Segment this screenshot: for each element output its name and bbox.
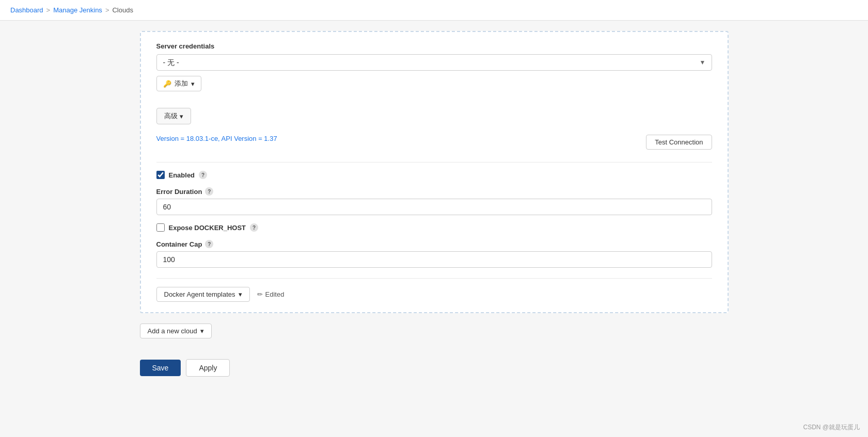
error-duration-input[interactable]	[156, 199, 712, 215]
save-button[interactable]: Save	[140, 360, 181, 376]
error-duration-section: Error Duration ?	[156, 187, 712, 215]
templates-row: Docker Agent templates ▾ ✏ Edited	[156, 278, 712, 302]
edited-badge: ✏ Edited	[257, 290, 285, 298]
add-button-label: 添加	[175, 79, 188, 88]
breadcrumb-current: Clouds	[112, 6, 133, 14]
add-credentials-button[interactable]: 🔑 添加 ▾	[156, 76, 201, 91]
breadcrumb-dashboard[interactable]: Dashboard	[10, 6, 43, 14]
apply-button[interactable]: Apply	[186, 359, 230, 377]
add-cloud-arrow: ▾	[200, 327, 204, 335]
enabled-label[interactable]: Enabled	[169, 171, 195, 179]
container-cap-input[interactable]	[156, 251, 712, 268]
container-cap-help-icon[interactable]: ?	[205, 240, 213, 248]
error-duration-help-icon[interactable]: ?	[205, 187, 213, 196]
enabled-row: Enabled ?	[156, 171, 712, 179]
pencil-icon: ✏	[257, 290, 263, 298]
expose-docker-host-label[interactable]: Expose DOCKER_HOST	[169, 224, 246, 232]
credentials-select[interactable]: - 无 -	[156, 54, 712, 71]
expose-docker-help-icon[interactable]: ?	[250, 223, 258, 232]
add-new-cloud-label: Add a new cloud	[148, 327, 197, 335]
error-duration-label-row: Error Duration ?	[156, 187, 712, 196]
breadcrumb-sep-1: >	[46, 6, 51, 14]
server-credentials-label: Server credentials	[156, 42, 712, 50]
version-info: Version = 18.03.1-ce, API Version = 1.37	[156, 135, 277, 142]
enabled-help-icon[interactable]: ?	[199, 171, 207, 179]
main-content: Server credentials - 无 - ▼ 🔑 添加 ▾ 高级 ▾ V…	[124, 21, 744, 426]
docker-agent-templates-button[interactable]: Docker Agent templates ▾	[156, 287, 250, 302]
docker-agent-templates-label: Docker Agent templates	[164, 290, 235, 298]
add-dropdown-arrow: ▾	[191, 80, 195, 88]
breadcrumb-sep-2: >	[105, 6, 109, 14]
edited-label: Edited	[265, 290, 285, 298]
watermark: CSDN @就是玩蛋儿	[803, 423, 860, 426]
advanced-label: 高级	[164, 111, 178, 121]
advanced-arrow: ▾	[180, 112, 183, 120]
add-new-cloud-button[interactable]: Add a new cloud ▾	[140, 323, 212, 338]
container-cap-label-row: Container Cap ?	[156, 240, 712, 248]
error-duration-label: Error Duration	[156, 188, 202, 196]
footer-actions: Save Apply	[140, 351, 729, 385]
templates-dropdown-arrow: ▾	[239, 290, 242, 298]
expose-docker-host-checkbox[interactable]	[156, 223, 165, 232]
key-icon: 🔑	[163, 80, 171, 88]
expose-docker-host-row: Expose DOCKER_HOST ?	[156, 223, 712, 232]
breadcrumb: Dashboard > Manage Jenkins > Clouds	[0, 0, 868, 21]
container-cap-label: Container Cap	[156, 240, 202, 248]
divider-1	[156, 162, 712, 163]
enabled-checkbox[interactable]	[156, 171, 165, 179]
server-credentials-section: Server credentials - 无 - ▼ 🔑 添加 ▾	[156, 42, 712, 100]
breadcrumb-manage-jenkins[interactable]: Manage Jenkins	[53, 6, 102, 14]
advanced-button[interactable]: 高级 ▾	[156, 108, 191, 124]
container-cap-section: Container Cap ?	[156, 240, 712, 268]
credentials-select-wrapper: - 无 - ▼	[156, 54, 712, 71]
cloud-config-box: Server credentials - 无 - ▼ 🔑 添加 ▾ 高级 ▾ V…	[140, 31, 729, 313]
test-connection-button[interactable]: Test Connection	[646, 135, 712, 150]
